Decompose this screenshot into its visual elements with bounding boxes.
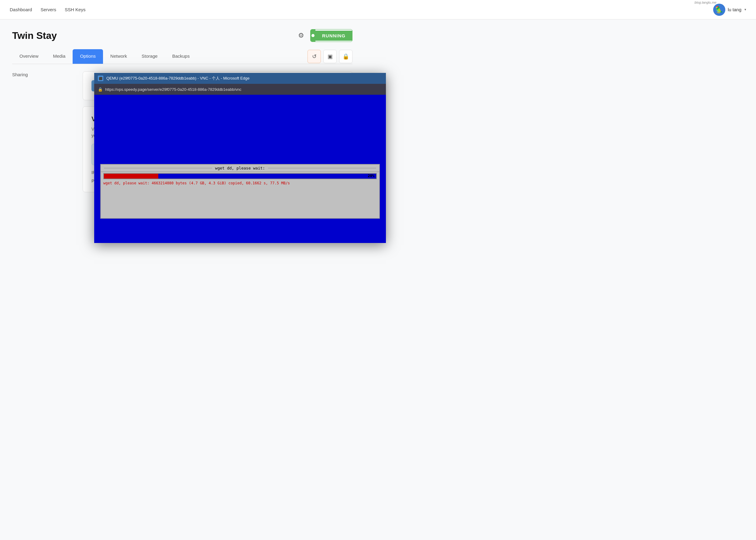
- user-name: lu tang: [728, 7, 741, 12]
- terminal-dialog: wget dd, please wait: 20% wget dd, pleas…: [100, 164, 380, 208]
- top-navigation: Dashboard Servers SSH Keys blog.tanglu.m…: [0, 0, 756, 19]
- reload-button[interactable]: ↺: [308, 50, 321, 63]
- browser-addressbar: 🔒 https://vps.speedy.page/server/e29f077…: [94, 84, 386, 95]
- tab-media[interactable]: Media: [46, 49, 73, 64]
- terminal-body: 20% wget dd, please wait: 4663214080 byt…: [101, 172, 379, 208]
- terminal-icon: ▣: [328, 53, 333, 60]
- address-lock-icon: 🔒: [98, 87, 103, 92]
- reload-icon: ↺: [312, 53, 317, 60]
- tab-actions: ↺ ▣ 🔒: [308, 50, 353, 63]
- avatar: 🦜: [713, 4, 725, 16]
- sidebar-item-sharing[interactable]: Sharing: [12, 69, 73, 80]
- settings-button[interactable]: ⚙: [297, 30, 305, 41]
- nav-servers[interactable]: Servers: [41, 7, 56, 12]
- progress-bar-fill: [104, 174, 158, 179]
- gear-icon: ⚙: [298, 32, 304, 39]
- lock-icon: 🔒: [343, 53, 349, 60]
- nav-user-area: blog.tanglu.me 🦜 lu tang ▾: [713, 4, 746, 16]
- blog-badge: blog.tanglu.me: [694, 1, 716, 4]
- tabs-row: Overview Media Options Network Storage B…: [12, 49, 353, 64]
- tab-overview[interactable]: Overview: [12, 49, 46, 64]
- page-header-actions: ⚙ RUNNING: [297, 29, 353, 42]
- nav-links: Dashboard Servers SSH Keys: [10, 7, 85, 12]
- vnc-screen[interactable]: wget dd, please wait: 20% wget dd, pleas…: [94, 95, 386, 208]
- terminal-output-line: wget dd, please wait: 4663214080 bytes (…: [103, 181, 377, 185]
- terminal-titlebar: wget dd, please wait:: [101, 165, 379, 172]
- status-indicator: [311, 30, 315, 42]
- progress-bar-container: 20%: [103, 173, 377, 179]
- progress-percent: 20%: [368, 174, 375, 178]
- browser-titlebar: ⬛ QEMU (e29f0775-0a20-4518-886a-7829ddb1…: [94, 73, 386, 84]
- nav-ssh-keys[interactable]: SSH Keys: [65, 7, 85, 12]
- tab-backups[interactable]: Backups: [165, 49, 197, 64]
- tab-options[interactable]: Options: [73, 49, 103, 64]
- user-menu[interactable]: 🦜 lu tang ▾: [713, 4, 746, 16]
- page-title: Twin Stay: [12, 30, 57, 41]
- title-line-left: [104, 168, 212, 168]
- tab-storage[interactable]: Storage: [134, 49, 165, 64]
- status-badge: RUNNING: [310, 29, 353, 42]
- terminal-button[interactable]: ▣: [323, 50, 337, 63]
- browser-title: QEMU (e29f0775-0a20-4518-886a-7829ddb1ea…: [106, 75, 382, 81]
- tab-network[interactable]: Network: [103, 49, 134, 64]
- lock-button[interactable]: 🔒: [339, 50, 353, 63]
- nav-dashboard[interactable]: Dashboard: [10, 7, 32, 12]
- browser-app-icon: ⬛: [98, 75, 103, 81]
- browser-url: https://vps.speedy.page/server/e29f0775-…: [105, 87, 241, 92]
- title-line-right: [268, 168, 376, 168]
- terminal-title: wget dd, please wait:: [212, 166, 268, 170]
- progress-bar-remaining: [158, 174, 376, 179]
- vnc-browser-window[interactable]: ⬛ QEMU (e29f0775-0a20-4518-886a-7829ddb1…: [94, 73, 386, 208]
- status-label: RUNNING: [315, 31, 352, 41]
- status-dot: [311, 34, 315, 37]
- progress-row: 20%: [103, 173, 377, 179]
- page-header: Twin Stay ⚙ RUNNING: [12, 29, 353, 42]
- sidebar: Sharing: [12, 64, 73, 198]
- user-dropdown-caret: ▾: [744, 8, 746, 12]
